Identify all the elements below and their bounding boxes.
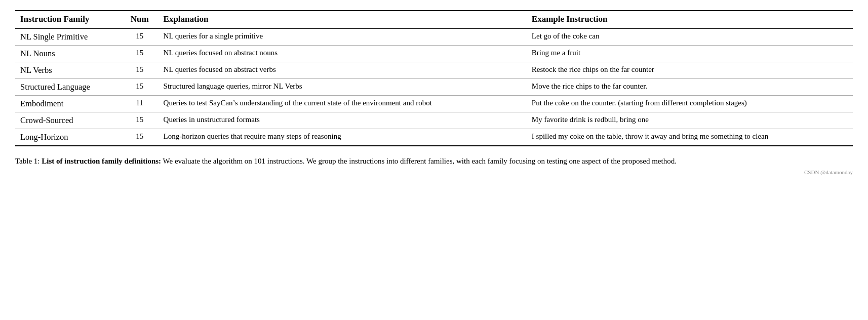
cell-num: 15 [121, 129, 159, 146]
table-row: NL Single Primitive15NL queries for a si… [15, 29, 853, 46]
table-row: NL Nouns15NL queries focused on abstract… [15, 46, 853, 62]
cell-num: 15 [121, 46, 159, 62]
cell-family: Crowd-Sourced [15, 112, 121, 129]
table-row: Long-Horizon15Long-horizon queries that … [15, 129, 853, 146]
caption-bold: List of instruction family definitions: [42, 157, 161, 165]
cell-family: Long-Horizon [15, 129, 121, 146]
table-row: Structured Language15Structured language… [15, 79, 853, 96]
cell-family: Structured Language [15, 79, 121, 96]
watermark: CSDN @datamonday [15, 169, 853, 175]
table-row: Crowd-Sourced15Queries in unstructured f… [15, 112, 853, 129]
instruction-table: Instruction Family Num Explanation Examp… [15, 10, 853, 146]
cell-explanation: Queries to test SayCan’s understanding o… [159, 96, 527, 112]
cell-num: 11 [121, 96, 159, 112]
main-table-container: Instruction Family Num Explanation Examp… [15, 10, 853, 146]
cell-explanation: NL queries focused on abstract nouns [159, 46, 527, 62]
cell-example: Restock the rice chips on the far counte… [527, 62, 853, 79]
header-family: Instruction Family [15, 11, 121, 29]
cell-example: I spilled my coke on the table, throw it… [527, 129, 853, 146]
cell-num: 15 [121, 79, 159, 96]
cell-family: NL Nouns [15, 46, 121, 62]
table-row: Embodiment11Queries to test SayCan’s und… [15, 96, 853, 112]
cell-family: NL Verbs [15, 62, 121, 79]
cell-num: 15 [121, 29, 159, 46]
header-example: Example Instruction [527, 11, 853, 29]
caption-prefix: Table 1: [15, 157, 42, 165]
cell-num: 15 [121, 62, 159, 79]
cell-example: Put the coke on the counter. (starting f… [527, 96, 853, 112]
cell-explanation: Queries in unstructured formats [159, 112, 527, 129]
cell-example: Bring me a fruit [527, 46, 853, 62]
cell-example: Move the rice chips to the far counter. [527, 79, 853, 96]
cell-num: 15 [121, 112, 159, 129]
cell-explanation: Long-horizon queries that require many s… [159, 129, 527, 146]
cell-explanation: NL queries focused on abstract verbs [159, 62, 527, 79]
cell-family: Embodiment [15, 96, 121, 112]
caption-rest: We evaluate the algorithm on 101 instruc… [161, 157, 677, 165]
cell-example: My favorite drink is redbull, bring one [527, 112, 853, 129]
header-explanation: Explanation [159, 11, 527, 29]
table-caption: Table 1: List of instruction family defi… [15, 155, 853, 167]
cell-family: NL Single Primitive [15, 29, 121, 46]
table-header-row: Instruction Family Num Explanation Examp… [15, 11, 853, 29]
cell-explanation: Structured language queries, mirror NL V… [159, 79, 527, 96]
header-num: Num [121, 11, 159, 29]
table-row: NL Verbs15NL queries focused on abstract… [15, 62, 853, 79]
cell-explanation: NL queries for a single primitive [159, 29, 527, 46]
cell-example: Let go of the coke can [527, 29, 853, 46]
